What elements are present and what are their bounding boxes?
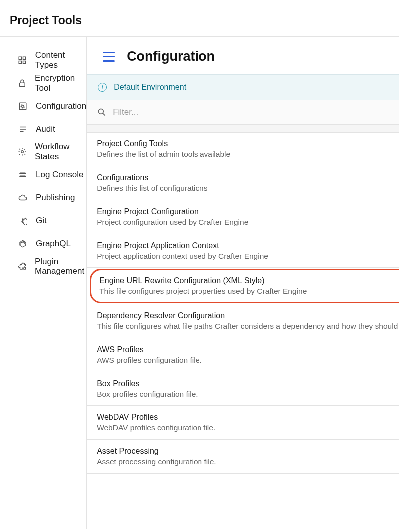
sidebar-item-plugin-management[interactable]: Plugin Management	[18, 255, 86, 278]
config-item-title: Configurations	[97, 173, 399, 182]
sidebar-item-configuration[interactable]: Configuration	[18, 95, 86, 118]
gear-box-icon	[18, 101, 28, 111]
lock-icon	[18, 78, 27, 88]
config-item-asset-processing[interactable]: Asset Processing Asset processing config…	[87, 440, 399, 474]
svg-line-24	[103, 113, 105, 116]
config-item-desc: AWS profiles configuration file.	[97, 356, 399, 365]
config-item-desc: Project application context used by Craf…	[97, 252, 399, 261]
svg-rect-3	[23, 61, 26, 64]
main-panel: Configuration i Default Environment Proj…	[87, 37, 399, 529]
sidebar-item-label: GraphQL	[36, 239, 71, 249]
lines-icon	[18, 170, 28, 180]
config-item-engine-url-rewrite[interactable]: Engine URL Rewrite Configuration (XML St…	[90, 269, 399, 303]
sidebar-item-log-console[interactable]: Log Console	[18, 163, 86, 186]
sidebar-item-label: Audit	[36, 124, 55, 134]
sidebar-item-label: Encryption Tool	[35, 73, 86, 93]
sidebar-item-content-types[interactable]: Content Types	[18, 49, 86, 72]
cloud-icon	[18, 193, 28, 203]
sidebar-item-encryption-tool[interactable]: Encryption Tool	[18, 72, 86, 95]
config-item-desc: This file configures project properties …	[99, 287, 399, 296]
page-header: Project Tools	[0, 0, 399, 37]
graphql-icon	[18, 239, 28, 249]
config-item-desc: Box profiles configuration file.	[97, 390, 399, 399]
page-title: Project Tools	[10, 14, 389, 27]
config-item-configurations[interactable]: Configurations Defines this list of conf…	[87, 166, 399, 200]
sidebar-item-audit[interactable]: Audit	[18, 118, 86, 140]
filter-input[interactable]	[113, 107, 399, 117]
environment-banner: i Default Environment	[87, 74, 399, 100]
config-item-title: WebDAV Profiles	[97, 413, 399, 422]
puzzle-icon	[18, 262, 27, 271]
gear-icon	[18, 147, 27, 157]
info-icon: i	[98, 83, 107, 92]
layout: Content Types Encryption Tool Configurat…	[0, 37, 399, 529]
config-item-desc: Defines the list of admin tools availabl…	[97, 150, 399, 159]
sidebar-item-workflow-states[interactable]: Workflow States	[18, 140, 86, 163]
sidebar-item-publishing[interactable]: Publishing	[18, 186, 86, 209]
main-header: Configuration	[87, 37, 399, 74]
config-item-title: Project Config Tools	[97, 139, 399, 148]
main-title: Configuration	[127, 49, 215, 64]
config-item-engine-project-configuration[interactable]: Engine Project Configuration Project con…	[87, 200, 399, 234]
list-icon	[18, 124, 28, 134]
svg-point-23	[98, 109, 103, 114]
config-item-desc: Project configuration used by Crafter En…	[97, 218, 399, 227]
svg-rect-1	[23, 57, 26, 59]
svg-rect-2	[19, 61, 22, 64]
svg-rect-5	[19, 103, 26, 110]
sidebar-item-label: Plugin Management	[35, 257, 86, 276]
config-item-project-config-tools[interactable]: Project Config Tools Defines the list of…	[87, 133, 399, 166]
config-item-title: Dependency Resolver Configuration	[97, 311, 399, 320]
sidebar-item-label: Log Console	[36, 170, 83, 180]
config-item-title: Engine Project Configuration	[97, 207, 399, 216]
filter-row	[87, 100, 399, 125]
config-item-desc: Asset processing configuration file.	[97, 457, 399, 466]
sidebar-item-label: Publishing	[36, 193, 75, 203]
config-item-desc: WebDAV profiles configuration file.	[97, 423, 399, 432]
config-item-desc: Defines this list of configurations	[97, 184, 399, 193]
search-icon	[97, 107, 107, 117]
config-item-box-profiles[interactable]: Box Profiles Box profiles configuration …	[87, 372, 399, 406]
sidebar-item-label: Content Types	[35, 50, 86, 70]
config-item-engine-project-application-context[interactable]: Engine Project Application Context Proje…	[87, 234, 399, 268]
sidebar-item-git[interactable]: Git	[18, 209, 86, 232]
svg-point-6	[22, 105, 24, 108]
svg-rect-4	[20, 83, 25, 87]
config-item-title: Engine Project Application Context	[97, 241, 399, 250]
sidebar: Content Types Encryption Tool Configurat…	[0, 37, 87, 529]
config-item-title: Box Profiles	[97, 379, 399, 388]
sidebar-item-graphql[interactable]: GraphQL	[18, 232, 86, 255]
config-item-title: AWS Profiles	[97, 345, 399, 354]
sidebar-item-label: Workflow States	[35, 142, 86, 162]
environment-label: Default Environment	[114, 83, 186, 92]
config-item-title: Asset Processing	[97, 447, 399, 456]
sidebar-item-label: Git	[36, 216, 47, 226]
config-list: Project Config Tools Defines the list of…	[87, 133, 399, 529]
menu-icon[interactable]	[103, 52, 115, 62]
sidebar-item-label: Configuration	[36, 101, 86, 111]
svg-rect-0	[19, 57, 22, 59]
config-item-aws-profiles[interactable]: AWS Profiles AWS profiles configuration …	[87, 338, 399, 372]
config-item-webdav-profiles[interactable]: WebDAV Profiles WebDAV profiles configur…	[87, 406, 399, 440]
list-spacer	[87, 125, 399, 133]
config-item-desc: This file configures what file paths Cra…	[97, 322, 399, 331]
grid-icon	[18, 55, 27, 65]
config-item-title: Engine URL Rewrite Configuration (XML St…	[99, 276, 399, 285]
config-item-dependency-resolver[interactable]: Dependency Resolver Configuration This f…	[87, 304, 399, 338]
svg-point-10	[21, 151, 24, 153]
diamond-icon	[18, 216, 28, 226]
